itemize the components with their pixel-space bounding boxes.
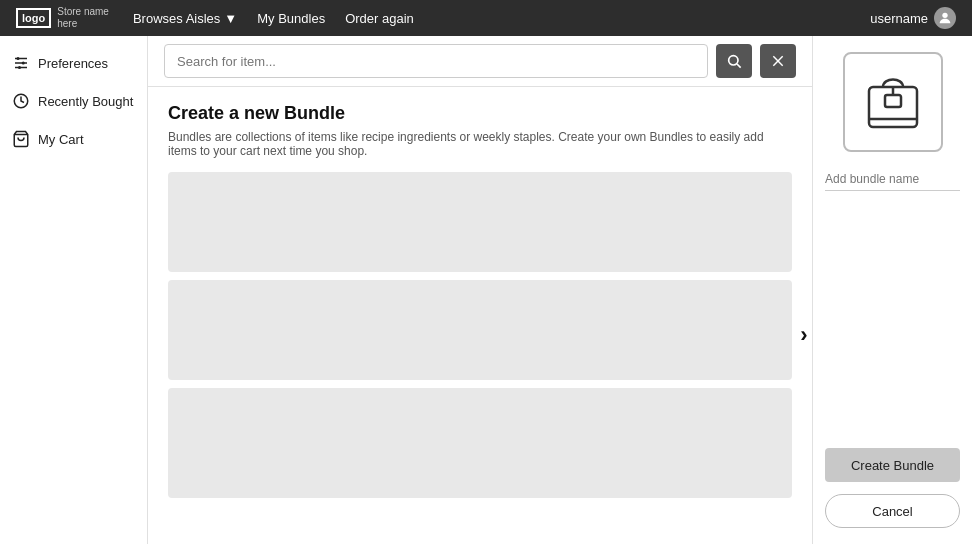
username-label: username <box>870 11 928 26</box>
main-content: Create a new Bundle Bundles are collecti… <box>148 36 812 544</box>
bag-icon-svg <box>863 67 923 137</box>
svg-point-5 <box>22 62 25 65</box>
svg-line-10 <box>737 64 741 68</box>
nav-item-browses-aisles[interactable]: Browses Aisles ▼ <box>133 11 237 26</box>
sliders-icon <box>12 54 30 72</box>
sidebar-label-recently-bought: Recently Bought <box>38 94 133 109</box>
header: logo Store name here Browses Aisles ▼ My… <box>0 0 972 36</box>
nav-item-my-bundles[interactable]: My Bundles <box>257 11 325 26</box>
sidebar-item-my-cart[interactable]: My Cart <box>0 120 147 158</box>
bundle-item-row <box>168 172 792 272</box>
store-name: Store name here <box>57 6 109 30</box>
sidebar-label-my-cart: My Cart <box>38 132 84 147</box>
nav-label: Browses Aisles <box>133 11 220 26</box>
bundle-name-input[interactable] <box>825 168 960 191</box>
main-nav: Browses Aisles ▼ My Bundles Order again <box>133 11 846 26</box>
logo-box: logo <box>16 8 51 28</box>
sidebar-label-preferences: Preferences <box>38 56 108 71</box>
cart-icon <box>12 130 30 148</box>
close-icon <box>771 54 785 68</box>
svg-point-9 <box>729 56 738 65</box>
logo[interactable]: logo Store name here <box>16 6 109 30</box>
main-layout: Preferences Recently Bought My Cart <box>0 36 972 544</box>
cancel-button[interactable]: Cancel <box>825 494 960 528</box>
nav-label: My Bundles <box>257 11 325 26</box>
nav-label: Order again <box>345 11 414 26</box>
nav-item-order-again[interactable]: Order again <box>345 11 414 26</box>
sidebar-item-preferences[interactable]: Preferences <box>0 44 147 82</box>
bundle-item-row <box>168 280 792 380</box>
sidebar: Preferences Recently Bought My Cart <box>0 36 148 544</box>
clock-icon <box>12 92 30 110</box>
right-panel: Create Bundle Cancel <box>812 36 972 544</box>
user-avatar <box>934 7 956 29</box>
bundle-items-container: › <box>168 172 792 498</box>
bundle-create-area: Create a new Bundle Bundles are collecti… <box>148 87 812 544</box>
search-button[interactable] <box>716 44 752 78</box>
create-bundle-button[interactable]: Create Bundle <box>825 448 960 482</box>
bundle-description: Bundles are collections of items like re… <box>168 130 792 158</box>
svg-point-0 <box>942 13 947 18</box>
svg-point-4 <box>17 57 20 60</box>
user-menu[interactable]: username <box>870 7 956 29</box>
bundle-bag-icon <box>843 52 943 152</box>
svg-point-6 <box>18 66 21 69</box>
sidebar-item-recently-bought[interactable]: Recently Bought <box>0 82 147 120</box>
search-bar <box>148 36 812 87</box>
bundle-item-row <box>168 388 792 498</box>
bundle-title: Create a new Bundle <box>168 103 792 124</box>
next-arrow-button[interactable]: › <box>788 319 812 351</box>
chevron-down-icon: ▼ <box>224 11 237 26</box>
svg-rect-15 <box>885 95 901 107</box>
search-icon <box>726 53 742 69</box>
search-input[interactable] <box>164 44 708 78</box>
close-search-button[interactable] <box>760 44 796 78</box>
